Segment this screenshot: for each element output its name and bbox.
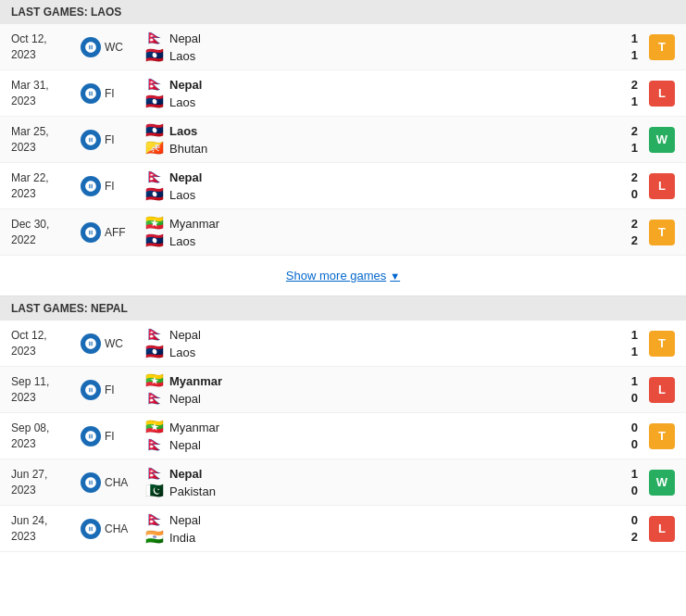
game-date: Jun 27,2023 <box>11 467 81 498</box>
score-1: 0 <box>610 421 638 434</box>
scores-col: 21 <box>610 124 638 155</box>
result-badge: T <box>649 331 675 357</box>
competition-icon <box>81 426 101 446</box>
team-1-row: 🇳🇵Nepal <box>145 327 610 342</box>
flag-2: 🇱🇦 <box>145 94 164 109</box>
score-2: 2 <box>610 530 638 544</box>
team-1-name: Nepal <box>169 513 201 527</box>
competition-icon <box>81 472 101 493</box>
team-2-row: 🇵🇰Pakistan <box>145 484 610 498</box>
flag-1: 🇳🇵 <box>145 170 164 184</box>
score-1: 2 <box>610 217 638 231</box>
score-2: 0 <box>610 187 638 201</box>
show-more-link[interactable]: Show more games ▼ <box>286 269 400 283</box>
flag-2: 🇱🇦 <box>145 345 164 359</box>
score-1: 1 <box>610 467 638 481</box>
team-2-row: 🇮🇳India <box>145 530 610 545</box>
competition-col: FI <box>81 380 145 400</box>
team-1-name: Nepal <box>169 78 202 92</box>
team-2-name: Laos <box>169 95 195 109</box>
scores-col: 11 <box>610 328 638 358</box>
result-badge: L <box>649 377 675 403</box>
score-1: 0 <box>610 513 638 527</box>
competition-icon <box>81 176 101 196</box>
score-1: 1 <box>610 31 638 45</box>
competition-label: FI <box>105 180 115 193</box>
flag-1: 🇳🇵 <box>145 31 164 45</box>
teams-col: 🇳🇵Nepal🇱🇦Laos <box>145 77 610 109</box>
score-2: 2 <box>610 233 638 247</box>
team-1-row: 🇳🇵Nepal <box>145 512 610 527</box>
score-1: 1 <box>610 328 638 342</box>
teams-col: 🇲🇲Myanmar🇳🇵Nepal <box>145 373 610 406</box>
teams-col: 🇱🇦Laos🇧🇹Bhutan <box>145 123 610 156</box>
flag-1: 🇱🇦 <box>145 123 164 138</box>
flag-1: 🇳🇵 <box>145 512 164 527</box>
table-row: Mar 22,2023FI🇳🇵Nepal🇱🇦Laos20L <box>0 163 686 209</box>
team-2-name: Nepal <box>169 438 201 452</box>
game-date: Sep 11,2023 <box>11 374 81 406</box>
result-badge: W <box>649 127 675 153</box>
team-1-name: Nepal <box>169 31 201 45</box>
competition-col: FI <box>81 176 145 196</box>
scores-col: 10 <box>610 467 638 497</box>
flag-2: 🇵🇰 <box>145 484 164 498</box>
competition-col: WC <box>81 333 145 354</box>
team-1-name: Nepal <box>169 170 202 184</box>
competition-icon <box>81 519 101 539</box>
team-2-name: Pakistan <box>169 484 216 498</box>
score-1: 1 <box>610 374 638 388</box>
flag-1: 🇲🇲 <box>145 420 164 434</box>
team-2-row: 🇳🇵Nepal <box>145 437 610 452</box>
competition-label: WC <box>105 337 123 350</box>
teams-col: 🇳🇵Nepal🇱🇦Laos <box>145 327 610 359</box>
game-date: Mar 31,2023 <box>11 78 81 109</box>
table-row: Oct 12,2023WC🇳🇵Nepal🇱🇦Laos11T <box>0 24 686 70</box>
result-badge: W <box>649 470 675 496</box>
score-2: 0 <box>610 484 638 497</box>
team-2-name: Nepal <box>169 392 201 406</box>
result-badge: L <box>649 516 675 542</box>
section-header-laos: LAST GAMES: LAOS <box>0 0 686 24</box>
flag-2: 🇱🇦 <box>145 187 164 202</box>
competition-label: FI <box>105 430 115 443</box>
competition-label: CHA <box>105 476 128 489</box>
team-2-name: India <box>169 531 195 545</box>
team-1-name: Myanmar <box>169 217 219 231</box>
game-date: Mar 25,2023 <box>11 124 81 156</box>
section-header-nepal: LAST GAMES: NEPAL <box>0 296 686 321</box>
flag-1: 🇳🇵 <box>145 466 164 481</box>
team-1-name: Nepal <box>169 328 201 342</box>
table-row: Dec 30,2022AFF🇲🇲Myanmar🇱🇦Laos22T <box>0 209 686 256</box>
competition-label: WC <box>105 41 123 54</box>
competition-col: FI <box>81 426 145 446</box>
team-2-row: 🇧🇹Bhutan <box>145 141 610 156</box>
competition-col: WC <box>81 37 145 57</box>
competition-col: FI <box>81 83 145 104</box>
score-2: 1 <box>610 48 638 62</box>
competition-label: FI <box>105 133 115 146</box>
competition-col: CHA <box>81 472 145 493</box>
result-badge: T <box>649 34 675 60</box>
score-1: 2 <box>610 170 638 184</box>
game-date: Mar 22,2023 <box>11 170 81 202</box>
competition-label: CHA <box>105 522 128 535</box>
teams-col: 🇲🇲Myanmar🇱🇦Laos <box>145 216 610 248</box>
flag-1: 🇲🇲 <box>145 373 164 388</box>
team-1-row: 🇳🇵Nepal <box>145 31 610 45</box>
score-2: 1 <box>610 141 638 155</box>
show-more-row[interactable]: Show more games ▼ <box>0 256 686 296</box>
app-container: LAST GAMES: LAOSOct 12,2023WC🇳🇵Nepal🇱🇦La… <box>0 0 686 552</box>
competition-icon <box>81 37 101 57</box>
score-1: 2 <box>610 78 638 92</box>
competition-col: FI <box>81 130 145 150</box>
result-badge: T <box>649 423 675 449</box>
teams-col: 🇲🇲Myanmar🇳🇵Nepal <box>145 420 610 452</box>
team-2-row: 🇱🇦Laos <box>145 94 610 109</box>
competition-icon <box>81 380 101 400</box>
flag-1: 🇲🇲 <box>145 216 164 231</box>
teams-col: 🇳🇵Nepal🇱🇦Laos <box>145 31 610 63</box>
score-2: 0 <box>610 391 638 405</box>
flag-2: 🇧🇹 <box>145 141 164 156</box>
scores-col: 02 <box>610 513 638 544</box>
